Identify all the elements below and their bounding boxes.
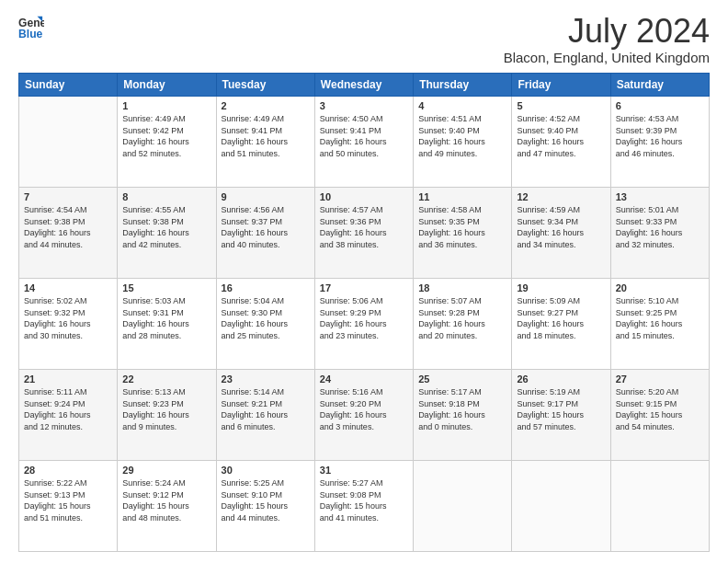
calendar-cell: 22Sunrise: 5:13 AM Sunset: 9:23 PM Dayli…	[118, 370, 216, 461]
day-number: 11	[418, 191, 506, 202]
day-info: Sunrise: 5:24 AM Sunset: 9:12 PM Dayligh…	[122, 477, 210, 523]
calendar-week-row: 28Sunrise: 5:22 AM Sunset: 9:13 PM Dayli…	[19, 461, 710, 552]
calendar-cell: 19Sunrise: 5:09 AM Sunset: 9:27 PM Dayli…	[512, 279, 610, 370]
calendar-week-row: 14Sunrise: 5:02 AM Sunset: 9:32 PM Dayli…	[19, 279, 710, 370]
calendar-cell: 20Sunrise: 5:10 AM Sunset: 9:25 PM Dayli…	[610, 279, 709, 370]
day-number: 2	[222, 100, 310, 111]
calendar-cell: 7Sunrise: 4:54 AM Sunset: 9:38 PM Daylig…	[19, 188, 118, 279]
logo: General Blue	[18, 15, 44, 40]
day-info: Sunrise: 4:53 AM Sunset: 9:39 PM Dayligh…	[616, 113, 704, 159]
calendar-cell	[512, 461, 610, 552]
calendar-header-row: SundayMondayTuesdayWednesdayThursdayFrid…	[19, 74, 710, 97]
calendar-day-header: Tuesday	[216, 74, 314, 97]
calendar-cell: 16Sunrise: 5:04 AM Sunset: 9:30 PM Dayli…	[216, 279, 314, 370]
calendar-cell: 11Sunrise: 4:58 AM Sunset: 9:35 PM Dayli…	[414, 188, 512, 279]
day-number: 24	[320, 373, 408, 385]
day-number: 29	[122, 465, 210, 476]
day-number: 31	[320, 465, 408, 476]
calendar-cell: 24Sunrise: 5:16 AM Sunset: 9:20 PM Dayli…	[314, 370, 413, 461]
day-info: Sunrise: 5:04 AM Sunset: 9:30 PM Dayligh…	[222, 295, 310, 341]
day-info: Sunrise: 4:59 AM Sunset: 9:34 PM Dayligh…	[517, 204, 605, 250]
calendar-cell: 6Sunrise: 4:53 AM Sunset: 9:39 PM Daylig…	[610, 97, 709, 188]
day-number: 10	[320, 191, 408, 202]
calendar-cell: 26Sunrise: 5:19 AM Sunset: 9:17 PM Dayli…	[512, 370, 610, 461]
day-number: 28	[24, 465, 112, 476]
day-info: Sunrise: 5:13 AM Sunset: 9:23 PM Dayligh…	[122, 386, 210, 432]
day-number: 22	[122, 373, 210, 385]
day-info: Sunrise: 5:16 AM Sunset: 9:20 PM Dayligh…	[320, 386, 408, 432]
calendar-cell: 18Sunrise: 5:07 AM Sunset: 9:28 PM Dayli…	[414, 279, 512, 370]
calendar-cell: 5Sunrise: 4:52 AM Sunset: 9:40 PM Daylig…	[512, 97, 610, 188]
calendar-cell: 28Sunrise: 5:22 AM Sunset: 9:13 PM Dayli…	[19, 461, 118, 552]
calendar-cell	[19, 97, 118, 188]
day-number: 21	[24, 373, 112, 385]
calendar-cell: 15Sunrise: 5:03 AM Sunset: 9:31 PM Dayli…	[118, 279, 216, 370]
day-info: Sunrise: 4:57 AM Sunset: 9:36 PM Dayligh…	[320, 204, 408, 250]
day-number: 3	[320, 100, 408, 111]
day-number: 16	[222, 282, 310, 293]
calendar-week-row: 1Sunrise: 4:49 AM Sunset: 9:42 PM Daylig…	[19, 97, 710, 188]
calendar-cell: 12Sunrise: 4:59 AM Sunset: 9:34 PM Dayli…	[512, 188, 610, 279]
header: General Blue July 2024 Blacon, England, …	[18, 15, 710, 65]
month-title: July 2024	[504, 15, 710, 48]
calendar-day-header: Monday	[118, 74, 216, 97]
day-number: 13	[616, 191, 704, 202]
calendar-cell: 13Sunrise: 5:01 AM Sunset: 9:33 PM Dayli…	[610, 188, 709, 279]
day-info: Sunrise: 4:50 AM Sunset: 9:41 PM Dayligh…	[320, 113, 408, 159]
day-info: Sunrise: 4:49 AM Sunset: 9:42 PM Dayligh…	[122, 113, 210, 159]
calendar-week-row: 7Sunrise: 4:54 AM Sunset: 9:38 PM Daylig…	[19, 188, 710, 279]
day-info: Sunrise: 4:58 AM Sunset: 9:35 PM Dayligh…	[418, 204, 506, 250]
day-number: 26	[517, 373, 605, 385]
day-info: Sunrise: 5:01 AM Sunset: 9:33 PM Dayligh…	[616, 204, 704, 250]
day-info: Sunrise: 5:07 AM Sunset: 9:28 PM Dayligh…	[418, 295, 506, 341]
day-number: 30	[222, 465, 310, 476]
calendar-cell: 25Sunrise: 5:17 AM Sunset: 9:18 PM Dayli…	[414, 370, 512, 461]
page: General Blue July 2024 Blacon, England, …	[0, 0, 728, 563]
day-info: Sunrise: 4:52 AM Sunset: 9:40 PM Dayligh…	[517, 113, 605, 159]
calendar-cell: 2Sunrise: 4:49 AM Sunset: 9:41 PM Daylig…	[216, 97, 314, 188]
logo-icon: General Blue	[18, 15, 44, 40]
title-area: July 2024 Blacon, England, United Kingdo…	[504, 15, 710, 65]
day-info: Sunrise: 5:11 AM Sunset: 9:24 PM Dayligh…	[24, 386, 112, 432]
location-title: Blacon, England, United Kingdom	[504, 50, 710, 65]
svg-text:Blue: Blue	[18, 28, 43, 40]
day-number: 25	[418, 373, 506, 385]
day-info: Sunrise: 5:09 AM Sunset: 9:27 PM Dayligh…	[517, 295, 605, 341]
calendar-cell: 21Sunrise: 5:11 AM Sunset: 9:24 PM Dayli…	[19, 370, 118, 461]
calendar-cell: 3Sunrise: 4:50 AM Sunset: 9:41 PM Daylig…	[314, 97, 413, 188]
calendar-cell	[414, 461, 512, 552]
day-number: 9	[222, 191, 310, 202]
day-info: Sunrise: 5:14 AM Sunset: 9:21 PM Dayligh…	[222, 386, 310, 432]
day-number: 19	[517, 282, 605, 293]
day-number: 17	[320, 282, 408, 293]
day-number: 12	[517, 191, 605, 202]
day-info: Sunrise: 5:27 AM Sunset: 9:08 PM Dayligh…	[320, 477, 408, 523]
calendar-cell: 23Sunrise: 5:14 AM Sunset: 9:21 PM Dayli…	[216, 370, 314, 461]
day-number: 5	[517, 100, 605, 111]
day-info: Sunrise: 5:17 AM Sunset: 9:18 PM Dayligh…	[418, 386, 506, 432]
calendar-day-header: Friday	[512, 74, 610, 97]
day-info: Sunrise: 5:22 AM Sunset: 9:13 PM Dayligh…	[24, 477, 112, 523]
day-info: Sunrise: 5:02 AM Sunset: 9:32 PM Dayligh…	[24, 295, 112, 341]
calendar-cell: 8Sunrise: 4:55 AM Sunset: 9:38 PM Daylig…	[118, 188, 216, 279]
day-number: 8	[122, 191, 210, 202]
day-info: Sunrise: 5:25 AM Sunset: 9:10 PM Dayligh…	[222, 477, 310, 523]
day-info: Sunrise: 4:49 AM Sunset: 9:41 PM Dayligh…	[222, 113, 310, 159]
calendar-cell	[610, 461, 709, 552]
calendar-cell: 14Sunrise: 5:02 AM Sunset: 9:32 PM Dayli…	[19, 279, 118, 370]
calendar-cell: 30Sunrise: 5:25 AM Sunset: 9:10 PM Dayli…	[216, 461, 314, 552]
calendar-cell: 4Sunrise: 4:51 AM Sunset: 9:40 PM Daylig…	[414, 97, 512, 188]
day-number: 15	[122, 282, 210, 293]
day-info: Sunrise: 5:19 AM Sunset: 9:17 PM Dayligh…	[517, 386, 605, 432]
calendar-table: SundayMondayTuesdayWednesdayThursdayFrid…	[18, 73, 710, 552]
calendar-week-row: 21Sunrise: 5:11 AM Sunset: 9:24 PM Dayli…	[19, 370, 710, 461]
calendar-cell: 27Sunrise: 5:20 AM Sunset: 9:15 PM Dayli…	[610, 370, 709, 461]
day-number: 7	[24, 191, 112, 202]
calendar-cell: 1Sunrise: 4:49 AM Sunset: 9:42 PM Daylig…	[118, 97, 216, 188]
day-number: 14	[24, 282, 112, 293]
day-info: Sunrise: 5:20 AM Sunset: 9:15 PM Dayligh…	[616, 386, 704, 432]
calendar-cell: 10Sunrise: 4:57 AM Sunset: 9:36 PM Dayli…	[314, 188, 413, 279]
calendar-day-header: Wednesday	[314, 74, 413, 97]
day-info: Sunrise: 5:06 AM Sunset: 9:29 PM Dayligh…	[320, 295, 408, 341]
day-info: Sunrise: 4:51 AM Sunset: 9:40 PM Dayligh…	[418, 113, 506, 159]
